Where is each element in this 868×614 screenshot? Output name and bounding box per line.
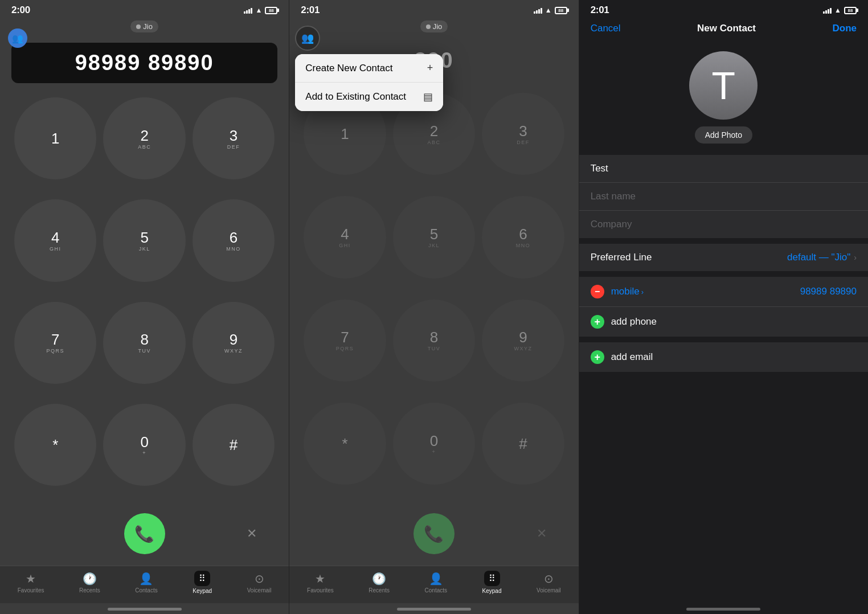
dial2-3[interactable]: 3DEF	[482, 93, 564, 175]
dial-star[interactable]: *	[14, 404, 96, 486]
first-name-field[interactable]: Test	[579, 155, 868, 183]
carrier-name-1: Jio	[143, 22, 153, 31]
tab-recents-2[interactable]: 🕐 Recents	[369, 572, 390, 593]
contact-top-icon-1[interactable]: 👥	[8, 28, 27, 48]
avatar: T	[689, 51, 758, 120]
battery-icon-1: 88	[265, 7, 277, 14]
email-section: + add email	[579, 342, 868, 372]
dial2-7[interactable]: 7PQRS	[304, 300, 386, 382]
bottom-actions-1: 📞 ✕	[0, 507, 289, 566]
create-new-contact-icon: +	[427, 62, 433, 74]
create-new-contact-label: Create New Contact	[305, 63, 392, 74]
dial2-6[interactable]: 6MNO	[482, 196, 564, 278]
add-email-row[interactable]: + add email	[579, 342, 868, 372]
remove-phone-button[interactable]: −	[591, 285, 604, 298]
signal-icon-1	[244, 7, 252, 14]
status-bar-3: 2:01 ▲ 88	[579, 0, 868, 18]
avatar-section: T Add Photo	[579, 40, 868, 149]
number-display-1: 98989 89890	[11, 43, 277, 83]
avatar-letter: T	[712, 63, 736, 108]
phone-number: 98989 89890	[800, 286, 857, 297]
call-button-1[interactable]: 📞	[124, 513, 165, 554]
contact-form: Test Last name Company Preferred Line de…	[579, 149, 868, 603]
dial2-9[interactable]: 9WXYZ	[482, 300, 564, 382]
tab-contacts-2[interactable]: 👤 Contacts	[425, 572, 447, 593]
wifi-icon-1: ▲	[255, 6, 262, 14]
bottom-actions-2: 📞 ✕	[289, 507, 578, 566]
screen1-dialer: 2:00 ▲ 88 👥 Jio	[0, 0, 289, 614]
battery-icon-3: 88	[844, 7, 857, 14]
create-new-contact-option[interactable]: Create New Contact +	[295, 54, 443, 83]
carrier-name-2: Jio	[433, 22, 443, 31]
company-placeholder: Company	[591, 219, 632, 230]
add-phone-icon: +	[591, 315, 604, 329]
add-photo-button[interactable]: Add Photo	[695, 126, 752, 144]
add-email-label: add email	[611, 351, 653, 363]
home-indicator-3	[579, 603, 868, 614]
add-phone-row[interactable]: + add phone	[579, 306, 868, 337]
status-bar-2: 2:01 ▲ 88	[289, 0, 578, 18]
last-name-field[interactable]: Last name	[579, 183, 868, 211]
delete-button-2[interactable]: ✕	[527, 519, 556, 548]
phone-section: − mobile › 98989 89890 + add phone	[579, 277, 868, 337]
carrier-badge-2: Jio	[420, 21, 448, 32]
nav-bar-3: Cancel New Contact Done	[579, 18, 868, 40]
dial-2[interactable]: 2ABC	[103, 97, 185, 179]
add-to-existing-label: Add to Existing Contact	[305, 91, 406, 103]
dial-1[interactable]: 1	[14, 97, 96, 179]
dialed-number-1: 98989 89890	[75, 51, 214, 75]
dial2-4[interactable]: 4GHI	[304, 196, 386, 278]
dial2-star[interactable]: *	[304, 403, 386, 485]
name-fields-group: Test Last name Company	[579, 155, 868, 238]
dialpad-1: 1 2ABC 3DEF 4GHI 5JKL 6MNO 7PQRS 8TUV 9W…	[0, 89, 289, 507]
tab-keypad-1[interactable]: ⠿ Keypad	[193, 571, 212, 594]
time-3: 2:01	[591, 5, 609, 16]
home-indicator-2	[289, 603, 578, 614]
done-button[interactable]: Done	[832, 23, 857, 34]
dial-5[interactable]: 5JKL	[103, 199, 185, 281]
battery-icon-2: 88	[555, 7, 567, 14]
carrier-row-1: Jio	[0, 18, 289, 37]
dial2-0[interactable]: 0+	[393, 403, 475, 485]
time-1: 2:00	[11, 5, 30, 16]
dial-6[interactable]: 6MNO	[193, 199, 275, 281]
preferred-line-value: default — "Jio"	[787, 252, 850, 263]
contact-top-icon-2[interactable]: 👥	[295, 26, 320, 51]
cancel-button[interactable]: Cancel	[591, 23, 621, 34]
phone-type-label[interactable]: mobile ›	[611, 286, 644, 297]
dial-9[interactable]: 9WXYZ	[193, 302, 275, 384]
tab-favourites-1[interactable]: ★ Favourites	[18, 572, 44, 593]
tab-voicemail-2[interactable]: ⊙ Voicemail	[537, 572, 561, 593]
signal-icon-2	[534, 7, 542, 14]
dial-8[interactable]: 8TUV	[103, 302, 185, 384]
tab-keypad-2[interactable]: ⠿ Keypad	[482, 571, 502, 594]
dial2-5[interactable]: 5JKL	[393, 196, 475, 278]
dial2-8[interactable]: 8TUV	[393, 300, 475, 382]
add-to-existing-contact-option[interactable]: Add to Existing Contact ▤	[295, 83, 443, 111]
dial-3[interactable]: 3DEF	[193, 97, 275, 179]
dial-0[interactable]: 0+	[103, 404, 185, 486]
home-indicator-1	[0, 603, 289, 614]
dial-7[interactable]: 7PQRS	[14, 302, 96, 384]
delete-button-1[interactable]: ✕	[238, 519, 266, 548]
preferred-line-row[interactable]: Preferred Line default — "Jio" ›	[579, 244, 868, 271]
company-field[interactable]: Company	[579, 211, 868, 238]
tab-favourites-2[interactable]: ★ Favourites	[307, 572, 334, 593]
tab-voicemail-1[interactable]: ⊙ Voicemail	[247, 572, 272, 593]
tab-contacts-1[interactable]: 👤 Contacts	[135, 572, 157, 593]
dial-hash[interactable]: #	[193, 404, 275, 486]
add-phone-label: add phone	[611, 316, 657, 328]
add-email-icon: +	[591, 350, 604, 364]
dial-4[interactable]: 4GHI	[14, 199, 96, 281]
page-title: New Contact	[697, 23, 756, 34]
status-bar-1: 2:00 ▲ 88	[0, 0, 289, 18]
carrier-badge-1: Jio	[130, 21, 158, 32]
dial2-hash[interactable]: #	[482, 403, 564, 485]
call-button-2[interactable]: 📞	[413, 513, 455, 554]
tab-recents-1[interactable]: 🕐 Recents	[79, 572, 100, 593]
signal-icon-3	[823, 7, 832, 14]
last-name-placeholder: Last name	[591, 191, 636, 202]
preferred-line-label: Preferred Line	[591, 252, 652, 263]
screen2-dropdown: 2:01 ▲ 88 👥 Jio	[289, 0, 579, 614]
screen3-new-contact: 2:01 ▲ 88 Cancel New Contact Done	[579, 0, 868, 614]
